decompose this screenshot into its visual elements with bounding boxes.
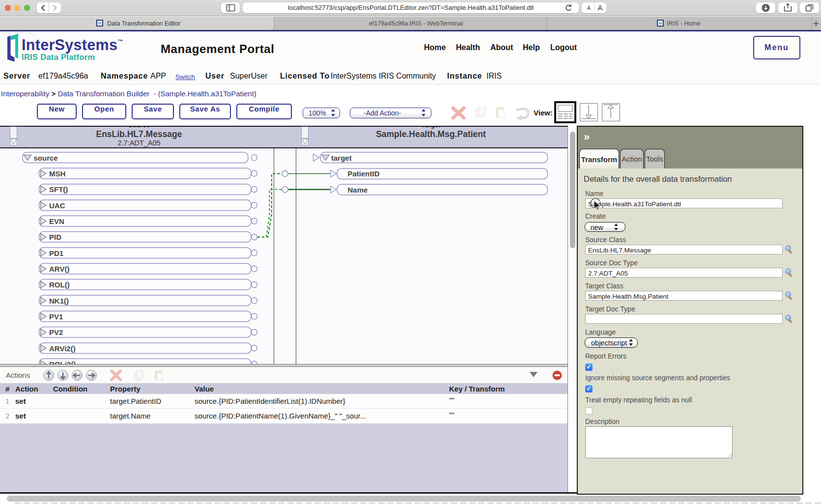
- svg-text:Source: Source: [128, 126, 150, 129]
- svg-text:ARVi2(): ARVi2(): [49, 344, 76, 353]
- svg-text:Target: Target: [422, 126, 441, 129]
- svg-text:PV1: PV1: [49, 312, 63, 321]
- svg-text:source: source: [34, 154, 58, 162]
- svg-text:UAC: UAC: [49, 201, 65, 210]
- svg-text:PatientID: PatientID: [348, 169, 380, 178]
- svg-text:EnsLib.HL7.Message: EnsLib.HL7.Message: [96, 129, 182, 139]
- svg-text:NK1(): NK1(): [49, 297, 69, 305]
- svg-text:target: target: [331, 154, 352, 162]
- svg-text:PID: PID: [49, 233, 61, 241]
- svg-text:Sample.Health.Msg.Patient: Sample.Health.Msg.Patient: [376, 129, 486, 139]
- svg-text:EVN: EVN: [49, 217, 64, 225]
- svg-text:Name: Name: [348, 186, 368, 194]
- svg-text:ROL(): ROL(): [49, 280, 70, 289]
- svg-text:PD1: PD1: [49, 249, 63, 257]
- svg-text:2.7:ADT_A05: 2.7:ADT_A05: [117, 139, 160, 147]
- svg-text:ARV(): ARV(): [49, 265, 69, 273]
- svg-text:MSH: MSH: [49, 169, 65, 178]
- svg-text:SFT(): SFT(): [49, 185, 68, 194]
- svg-text:PV2: PV2: [49, 328, 63, 336]
- svg-text:ROLi2(): ROLi2(): [49, 360, 76, 364]
